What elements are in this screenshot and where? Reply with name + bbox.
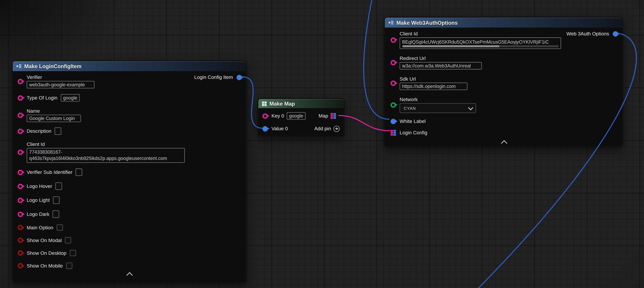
pin-row-client-id: Client Id 774338308167- q463s7kpvja16l4l… — [18, 141, 241, 163]
node-make-loginconfigitem[interactable]: Make LoginConfigItem Login Config Item V… — [12, 61, 246, 283]
logo-hover-input[interactable] — [56, 182, 62, 190]
pin-label-verifier: Verifier — [27, 74, 94, 80]
node-title: Make Map — [270, 101, 295, 107]
collapse-node-button[interactable] — [18, 271, 241, 278]
pin-row-show-on-modal: Show On Modal — [18, 237, 241, 243]
chevron-down-icon — [468, 105, 473, 110]
pin-label-logo-dark: Logo Dark — [27, 211, 50, 217]
pin-label-network: Network — [400, 97, 476, 102]
node-header-web3authoptions[interactable]: Make Web3AuthOptions — [385, 18, 622, 28]
pin-label-login-config: Login Config — [400, 130, 427, 136]
sdk-url-input[interactable]: https://sdk.openlogin.com — [400, 83, 467, 90]
node-make-map[interactable]: Make Map Key 0 google Map Value 0 Add pi… — [258, 99, 344, 136]
input-pin-client-id[interactable] — [18, 149, 23, 155]
input-pin-white-label[interactable] — [390, 119, 396, 124]
output-pin-label: Login Config Item — [194, 74, 233, 80]
pin-row-show-on-desktop: Show On Desktop — [18, 250, 241, 256]
input-pin-key0[interactable] — [262, 113, 268, 119]
input-pin-logo-dark[interactable] — [18, 211, 23, 217]
verifier-input[interactable]: web3auth-google-example — [27, 81, 94, 88]
input-pin-network[interactable] — [390, 102, 396, 108]
input-pin-logo-light[interactable] — [18, 198, 23, 203]
output-pin-web3auth-options[interactable] — [613, 31, 618, 37]
pin-row-show-on-mobile: Show On Mobile — [18, 263, 241, 269]
input-pin-main-option[interactable] — [18, 225, 23, 230]
input-pin-show-on-mobile[interactable] — [18, 263, 23, 268]
pin-row-logo-light: Logo Light — [18, 196, 241, 204]
input-pin-login-config[interactable] — [390, 130, 396, 136]
chevron-up-icon — [501, 140, 507, 146]
pin-label-client-id: Client Id — [400, 31, 561, 37]
make-struct-icon — [16, 63, 22, 69]
input-pin-redirect-url[interactable] — [390, 60, 396, 65]
input-pin-type-of-login[interactable] — [18, 95, 23, 101]
make-map-icon — [262, 101, 267, 106]
network-selected-value: CYAN — [404, 106, 416, 110]
pin-label-show-on-modal: Show On Modal — [27, 237, 62, 243]
pin-label-sdk-url: Sdk Url — [400, 76, 467, 82]
client-id-input[interactable]: BEglQSgt4cUWcj6SKRdu5QkOXTsePmMcusG5EAoy… — [400, 38, 561, 49]
node-header-make-map[interactable]: Make Map — [258, 99, 344, 108]
add-pin-label: Add pin — [314, 126, 331, 131]
pin-row-logo-hover: Logo Hover — [18, 182, 241, 190]
map-output-pin[interactable] — [331, 113, 336, 119]
blueprint-graph-canvas[interactable]: Make LoginConfigItem Login Config Item V… — [0, 0, 644, 288]
name-input[interactable]: Google Custom Login — [27, 115, 81, 122]
show-on-mobile-checkbox[interactable] — [66, 263, 72, 269]
make-struct-icon — [388, 20, 394, 26]
node-header-loginconfigitem[interactable]: Make LoginConfigItem — [13, 61, 246, 71]
pin-label-main-option: Main Option — [27, 225, 53, 230]
horizontal-scrollbar[interactable] — [402, 45, 558, 47]
pin-label-white-label: White Label — [400, 118, 426, 124]
pin-label-type-of-login: Type Of Login — [27, 95, 58, 101]
chevron-up-icon — [126, 272, 133, 278]
input-pin-client-id[interactable] — [390, 37, 396, 43]
pin-row-network: Network CYAN — [390, 97, 617, 113]
input-pin-show-on-desktop[interactable] — [18, 250, 23, 256]
input-pin-logo-hover[interactable] — [18, 183, 23, 189]
pin-row-value0: Value 0 Add pin — [258, 125, 344, 133]
pin-row-description: Description — [18, 127, 241, 135]
pin-row-verifier-sub-identifier: Verifier Sub Identifier — [18, 169, 241, 176]
input-pin-value0[interactable] — [262, 126, 268, 131]
input-pin-description[interactable] — [18, 129, 23, 134]
pin-label-client-id: Client Id — [27, 141, 185, 147]
show-on-modal-checkbox[interactable] — [65, 237, 71, 243]
add-pin-icon — [334, 126, 340, 132]
pin-label-show-on-desktop: Show On Desktop — [27, 250, 66, 256]
verifier-sub-identifier-input[interactable] — [76, 169, 82, 176]
type-of-login-input[interactable]: google — [61, 94, 80, 102]
network-dropdown[interactable]: CYAN — [400, 103, 476, 113]
output-row-web3auth-options: Web 3Auth Options — [566, 31, 618, 37]
node-title: Make Web3AuthOptions — [396, 20, 458, 26]
logo-light-input[interactable] — [53, 196, 60, 204]
node-make-web3authoptions[interactable]: Make Web3AuthOptions Web 3Auth Options C… — [384, 17, 623, 147]
pin-label-key0: Key 0 — [272, 113, 284, 119]
wire-map-to-login-config[interactable] — [338, 115, 390, 131]
collapse-node-button[interactable] — [390, 139, 617, 146]
input-pin-verifier-sub-identifier[interactable] — [18, 170, 23, 175]
logo-dark-input[interactable] — [53, 210, 59, 218]
pin-row-name: Name Google Custom Login — [18, 108, 241, 122]
pin-label-description: Description — [27, 128, 52, 134]
input-pin-verifier[interactable] — [18, 79, 23, 84]
pin-label-logo-hover: Logo Hover — [27, 183, 52, 189]
pin-row-white-label: White Label — [390, 118, 617, 125]
scrollbar-thumb[interactable] — [402, 45, 500, 47]
input-pin-sdk-url[interactable] — [390, 80, 396, 86]
main-option-checkbox[interactable] — [56, 224, 63, 231]
input-pin-name[interactable] — [18, 112, 23, 118]
redirect-url-input[interactable]: w3a://com.w3a.Web3AuthUnreal — [400, 62, 482, 70]
output-row-login-config-item: Login Config Item — [194, 74, 242, 80]
pin-row-logo-dark: Logo Dark — [18, 210, 241, 218]
node-title: Make LoginConfigItem — [24, 63, 82, 69]
client-id-input[interactable]: 774338308167- q463s7kpvja16l4l0kko3nb925… — [27, 148, 185, 163]
description-input[interactable] — [55, 127, 61, 135]
show-on-desktop-checkbox[interactable] — [70, 250, 76, 256]
output-pin-label: Web 3Auth Options — [566, 31, 609, 37]
key0-input[interactable]: google — [286, 112, 306, 120]
input-pin-show-on-modal[interactable] — [18, 237, 23, 243]
pin-row-login-config: Login Config — [390, 130, 617, 136]
add-pin-button[interactable]: Add pin — [314, 126, 340, 132]
output-pin-login-config-item[interactable] — [236, 75, 242, 80]
